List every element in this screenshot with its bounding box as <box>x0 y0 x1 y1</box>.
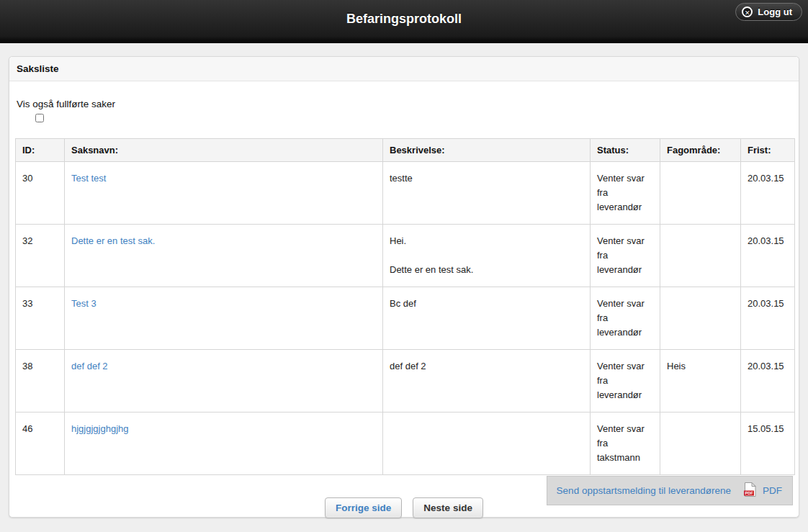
cell-field <box>660 225 741 287</box>
cell-deadline: 20.03.15 <box>741 350 795 412</box>
column-header-status: Status: <box>591 139 660 162</box>
case-list-panel: Saksliste Vis også fullførte saker ID: S… <box>9 56 799 518</box>
logout-button[interactable]: ✕ Logg ut <box>735 3 802 21</box>
show-completed-checkbox[interactable] <box>35 114 44 122</box>
column-header-id: ID: <box>16 139 65 162</box>
table-row: 33 Test 3 Bc def Venter svar fra leveran… <box>16 287 795 350</box>
case-table: ID: Saksnavn: Beskrivelse: Status: Fagom… <box>15 138 795 475</box>
cell-name: hjgjgjgjghgjhg <box>65 412 383 475</box>
cell-description: Bc def <box>383 287 591 350</box>
cell-id: 30 <box>16 162 65 225</box>
table-row: 30 Test test testte Venter svar fra leve… <box>16 162 795 225</box>
case-name-link[interactable]: hjgjgjgjghgjhg <box>71 423 129 434</box>
cell-field <box>660 412 741 475</box>
case-name-link[interactable]: Test 3 <box>71 298 96 309</box>
page-title: Befaringsprotokoll <box>0 12 808 27</box>
column-header-deadline: Frist: <box>741 139 795 162</box>
x-circle-icon: ✕ <box>742 6 753 17</box>
cell-id: 38 <box>16 350 65 412</box>
send-startup-message-link[interactable]: Send oppstartsmelding til leverandørene <box>557 485 731 496</box>
cell-deadline: 15.05.15 <box>741 412 795 475</box>
cell-status: Venter svar fra takstmann <box>591 412 660 475</box>
cell-deadline: 20.03.15 <box>741 225 795 287</box>
show-completed-label: Vis også fullførte saker <box>17 99 793 109</box>
cell-deadline: 20.03.15 <box>741 287 795 350</box>
next-page-button[interactable]: Neste side <box>413 497 483 518</box>
table-row: 46 hjgjgjgjghgjhg Venter svar fra takstm… <box>16 412 795 475</box>
cell-name: Test test <box>65 162 383 225</box>
cell-name: Test 3 <box>65 287 383 350</box>
cell-description: testte <box>383 162 591 225</box>
cell-status: Venter svar fra leverandør <box>591 287 660 350</box>
cell-field <box>660 287 741 350</box>
cell-id: 32 <box>16 225 65 287</box>
cell-description: def def 2 <box>383 350 591 412</box>
top-bar: Befaringsprotokoll ✕ Logg ut <box>0 0 808 43</box>
cell-status: Venter svar fra leverandør <box>591 225 660 287</box>
case-name-link[interactable]: Dette er en test sak. <box>71 235 155 246</box>
table-header-row: ID: Saksnavn: Beskrivelse: Status: Fagom… <box>16 139 795 162</box>
cell-field: Heis <box>660 350 741 412</box>
column-header-description: Beskrivelse: <box>383 139 591 162</box>
table-row: 32 Dette er en test sak. Hei. Dette er e… <box>16 225 795 287</box>
previous-page-button[interactable]: Forrige side <box>325 497 402 518</box>
cell-name: def def 2 <box>65 350 383 412</box>
cell-field <box>660 162 741 225</box>
panel-body: Vis også fullførte saker ID: Saksnavn: B… <box>9 81 799 517</box>
case-name-link[interactable]: Test test <box>71 173 106 184</box>
pdf-link[interactable]: PDF <box>763 485 782 496</box>
pdf-file-icon[interactable]: PDF <box>744 482 756 499</box>
svg-text:PDF: PDF <box>745 491 754 495</box>
cell-description: Hei. Dette er en test sak. <box>383 225 591 287</box>
cell-name: Dette er en test sak. <box>65 225 383 287</box>
cell-description <box>383 412 591 475</box>
cell-id: 33 <box>16 287 65 350</box>
column-header-field: Fagområde: <box>660 139 741 162</box>
column-header-name: Saksnavn: <box>65 139 383 162</box>
cell-status: Venter svar fra leverandør <box>591 162 660 225</box>
panel-title: Saksliste <box>9 57 799 81</box>
pagination: Forrige side Neste side <box>0 497 808 518</box>
cell-status: Venter svar fra leverandør <box>591 350 660 412</box>
cell-id: 46 <box>16 412 65 475</box>
cell-deadline: 20.03.15 <box>741 162 795 225</box>
table-row: 38 def def 2 def def 2 Venter svar fra l… <box>16 350 795 412</box>
case-name-link[interactable]: def def 2 <box>71 361 108 371</box>
logout-button-label: Logg ut <box>758 6 792 17</box>
